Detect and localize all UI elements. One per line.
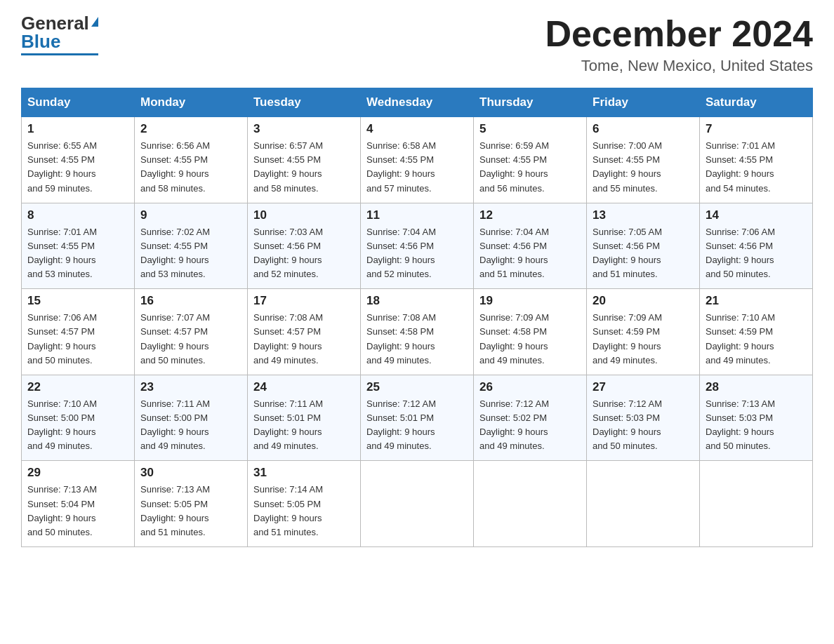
day-number: 29 xyxy=(27,466,128,480)
weekday-header-thursday: Thursday xyxy=(474,88,587,117)
day-cell-15: 15Sunrise: 7:06 AMSunset: 4:57 PMDayligh… xyxy=(22,289,135,375)
day-info: Sunrise: 7:12 AMSunset: 5:02 PMDaylight:… xyxy=(479,397,581,454)
day-number: 6 xyxy=(593,122,694,136)
logo-underline xyxy=(21,53,98,55)
day-number: 2 xyxy=(140,122,241,136)
day-info: Sunrise: 7:06 AMSunset: 4:57 PMDaylight:… xyxy=(27,311,128,368)
day-info: Sunrise: 7:10 AMSunset: 4:59 PMDaylight:… xyxy=(706,311,807,368)
week-row-2: 8Sunrise: 7:01 AMSunset: 4:55 PMDaylight… xyxy=(22,203,813,289)
day-number: 12 xyxy=(479,208,581,222)
day-info: Sunrise: 7:08 AMSunset: 4:57 PMDaylight:… xyxy=(253,311,355,368)
day-info: Sunrise: 7:03 AMSunset: 4:56 PMDaylight:… xyxy=(253,225,355,282)
day-number: 8 xyxy=(27,208,128,222)
day-cell-2: 2Sunrise: 6:56 AMSunset: 4:55 PMDaylight… xyxy=(135,117,248,203)
week-row-3: 15Sunrise: 7:06 AMSunset: 4:57 PMDayligh… xyxy=(22,289,813,375)
day-info: Sunrise: 7:08 AMSunset: 4:58 PMDaylight:… xyxy=(366,311,468,368)
logo-general-text: General xyxy=(21,14,89,32)
day-cell-11: 11Sunrise: 7:04 AMSunset: 4:56 PMDayligh… xyxy=(361,203,474,289)
logo: General Blue xyxy=(21,14,98,55)
day-number: 18 xyxy=(366,294,468,308)
day-number: 20 xyxy=(593,294,694,308)
day-number: 28 xyxy=(706,380,807,394)
day-cell-30: 30Sunrise: 7:13 AMSunset: 5:05 PMDayligh… xyxy=(135,461,248,547)
day-number: 27 xyxy=(593,380,694,394)
day-info: Sunrise: 7:12 AMSunset: 5:03 PMDaylight:… xyxy=(593,397,694,454)
day-cell-23: 23Sunrise: 7:11 AMSunset: 5:00 PMDayligh… xyxy=(135,375,248,461)
day-number: 26 xyxy=(479,380,581,394)
day-number: 30 xyxy=(140,466,241,480)
day-cell-4: 4Sunrise: 6:58 AMSunset: 4:55 PMDaylight… xyxy=(361,117,474,203)
day-info: Sunrise: 7:10 AMSunset: 5:00 PMDaylight:… xyxy=(27,397,128,454)
day-info: Sunrise: 6:57 AMSunset: 4:55 PMDaylight:… xyxy=(253,139,355,196)
day-cell-5: 5Sunrise: 6:59 AMSunset: 4:55 PMDaylight… xyxy=(474,117,587,203)
day-cell-21: 21Sunrise: 7:10 AMSunset: 4:59 PMDayligh… xyxy=(700,289,813,375)
weekday-header-saturday: Saturday xyxy=(700,88,813,117)
day-cell-31: 31Sunrise: 7:14 AMSunset: 5:05 PMDayligh… xyxy=(248,461,361,547)
day-cell-26: 26Sunrise: 7:12 AMSunset: 5:02 PMDayligh… xyxy=(474,375,587,461)
day-info: Sunrise: 7:01 AMSunset: 4:55 PMDaylight:… xyxy=(27,225,128,282)
day-number: 22 xyxy=(27,380,128,394)
day-cell-7: 7Sunrise: 7:01 AMSunset: 4:55 PMDaylight… xyxy=(700,117,813,203)
day-cell-22: 22Sunrise: 7:10 AMSunset: 5:00 PMDayligh… xyxy=(22,375,135,461)
day-cell-24: 24Sunrise: 7:11 AMSunset: 5:01 PMDayligh… xyxy=(248,375,361,461)
day-info: Sunrise: 7:09 AMSunset: 4:59 PMDaylight:… xyxy=(593,311,694,368)
day-info: Sunrise: 7:02 AMSunset: 4:55 PMDaylight:… xyxy=(140,225,241,282)
day-number: 16 xyxy=(140,294,241,308)
day-number: 15 xyxy=(27,294,128,308)
day-cell-18: 18Sunrise: 7:08 AMSunset: 4:58 PMDayligh… xyxy=(361,289,474,375)
day-number: 1 xyxy=(27,122,128,136)
day-cell-16: 16Sunrise: 7:07 AMSunset: 4:57 PMDayligh… xyxy=(135,289,248,375)
weekday-header-tuesday: Tuesday xyxy=(248,88,361,117)
day-info: Sunrise: 7:04 AMSunset: 4:56 PMDaylight:… xyxy=(366,225,468,282)
month-title: December 2024 xyxy=(545,14,813,54)
weekday-header-row: SundayMondayTuesdayWednesdayThursdayFrid… xyxy=(22,88,813,117)
day-info: Sunrise: 7:14 AMSunset: 5:05 PMDaylight:… xyxy=(253,483,355,539)
day-cell-20: 20Sunrise: 7:09 AMSunset: 4:59 PMDayligh… xyxy=(587,289,700,375)
day-cell-13: 13Sunrise: 7:05 AMSunset: 4:56 PMDayligh… xyxy=(587,203,700,289)
day-cell-14: 14Sunrise: 7:06 AMSunset: 4:56 PMDayligh… xyxy=(700,203,813,289)
week-row-5: 29Sunrise: 7:13 AMSunset: 5:04 PMDayligh… xyxy=(22,461,813,547)
day-number: 5 xyxy=(479,122,581,136)
calendar-table: SundayMondayTuesdayWednesdayThursdayFrid… xyxy=(21,88,813,547)
day-info: Sunrise: 6:55 AMSunset: 4:55 PMDaylight:… xyxy=(27,139,128,196)
day-info: Sunrise: 7:13 AMSunset: 5:03 PMDaylight:… xyxy=(706,397,807,454)
week-row-4: 22Sunrise: 7:10 AMSunset: 5:00 PMDayligh… xyxy=(22,375,813,461)
weekday-header-friday: Friday xyxy=(587,88,700,117)
day-number: 13 xyxy=(593,208,694,222)
weekday-header-wednesday: Wednesday xyxy=(361,88,474,117)
day-cell-27: 27Sunrise: 7:12 AMSunset: 5:03 PMDayligh… xyxy=(587,375,700,461)
day-info: Sunrise: 6:58 AMSunset: 4:55 PMDaylight:… xyxy=(366,139,468,196)
page-header: General Blue December 2024 Tome, New Mex… xyxy=(21,14,813,75)
day-info: Sunrise: 7:05 AMSunset: 4:56 PMDaylight:… xyxy=(593,225,694,282)
day-info: Sunrise: 7:12 AMSunset: 5:01 PMDaylight:… xyxy=(366,397,468,454)
day-number: 9 xyxy=(140,208,241,222)
day-number: 31 xyxy=(253,466,355,480)
day-number: 19 xyxy=(479,294,581,308)
day-number: 4 xyxy=(366,122,468,136)
day-cell-8: 8Sunrise: 7:01 AMSunset: 4:55 PMDaylight… xyxy=(22,203,135,289)
day-info: Sunrise: 6:59 AMSunset: 4:55 PMDaylight:… xyxy=(479,139,581,196)
day-cell-12: 12Sunrise: 7:04 AMSunset: 4:56 PMDayligh… xyxy=(474,203,587,289)
day-info: Sunrise: 7:00 AMSunset: 4:55 PMDaylight:… xyxy=(593,139,694,196)
day-cell-17: 17Sunrise: 7:08 AMSunset: 4:57 PMDayligh… xyxy=(248,289,361,375)
day-number: 14 xyxy=(706,208,807,222)
weekday-header-sunday: Sunday xyxy=(22,88,135,117)
day-info: Sunrise: 7:13 AMSunset: 5:05 PMDaylight:… xyxy=(140,483,241,539)
day-number: 10 xyxy=(253,208,355,222)
day-number: 7 xyxy=(706,122,807,136)
day-number: 24 xyxy=(253,380,355,394)
day-info: Sunrise: 7:09 AMSunset: 4:58 PMDaylight:… xyxy=(479,311,581,368)
empty-cell xyxy=(474,461,587,547)
day-info: Sunrise: 7:06 AMSunset: 4:56 PMDaylight:… xyxy=(706,225,807,282)
day-number: 23 xyxy=(140,380,241,394)
week-row-1: 1Sunrise: 6:55 AMSunset: 4:55 PMDaylight… xyxy=(22,117,813,203)
location-subtitle: Tome, New Mexico, United States xyxy=(545,57,813,75)
empty-cell xyxy=(700,461,813,547)
day-number: 17 xyxy=(253,294,355,308)
weekday-header-monday: Monday xyxy=(135,88,248,117)
day-cell-9: 9Sunrise: 7:02 AMSunset: 4:55 PMDaylight… xyxy=(135,203,248,289)
day-cell-28: 28Sunrise: 7:13 AMSunset: 5:03 PMDayligh… xyxy=(700,375,813,461)
day-number: 25 xyxy=(366,380,468,394)
day-info: Sunrise: 7:11 AMSunset: 5:01 PMDaylight:… xyxy=(253,397,355,454)
day-info: Sunrise: 7:04 AMSunset: 4:56 PMDaylight:… xyxy=(479,225,581,282)
